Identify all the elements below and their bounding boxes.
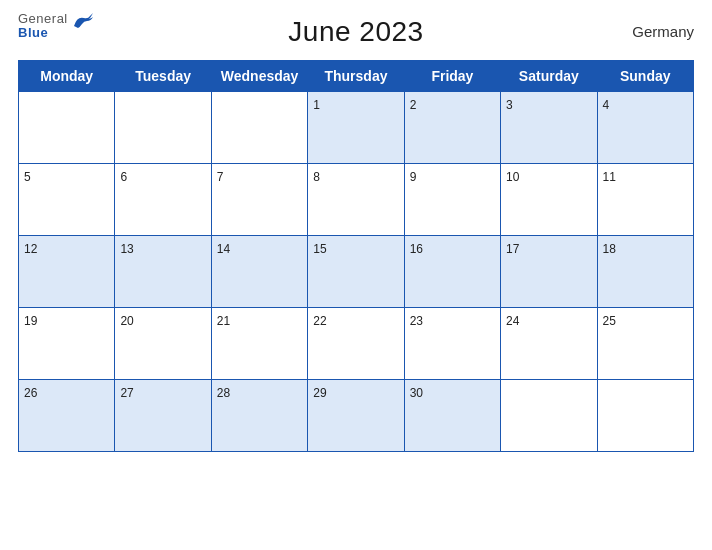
calendar-cell: 7 <box>211 164 307 236</box>
date-number: 24 <box>506 314 519 328</box>
calendar-cell <box>211 92 307 164</box>
logo-blue: Blue <box>18 26 68 40</box>
calendar-cell: 26 <box>19 380 115 452</box>
col-saturday: Saturday <box>501 61 597 92</box>
date-number: 9 <box>410 170 417 184</box>
calendar-cell: 28 <box>211 380 307 452</box>
col-thursday: Thursday <box>308 61 404 92</box>
calendar-cell: 16 <box>404 236 500 308</box>
calendar-cell: 30 <box>404 380 500 452</box>
date-number: 10 <box>506 170 519 184</box>
calendar-table: Monday Tuesday Wednesday Thursday Friday… <box>18 60 694 452</box>
calendar-cell: 19 <box>19 308 115 380</box>
date-number: 14 <box>217 242 230 256</box>
calendar-cell: 15 <box>308 236 404 308</box>
date-number: 20 <box>120 314 133 328</box>
calendar-cell: 2 <box>404 92 500 164</box>
date-number: 29 <box>313 386 326 400</box>
table-row: 2627282930 <box>19 380 694 452</box>
date-number: 7 <box>217 170 224 184</box>
date-number: 15 <box>313 242 326 256</box>
date-number: 11 <box>603 170 616 184</box>
date-number: 30 <box>410 386 423 400</box>
date-number: 27 <box>120 386 133 400</box>
date-number: 17 <box>506 242 519 256</box>
col-sunday: Sunday <box>597 61 693 92</box>
calendar-cell: 3 <box>501 92 597 164</box>
col-friday: Friday <box>404 61 500 92</box>
calendar-cell: 22 <box>308 308 404 380</box>
calendar-cell: 20 <box>115 308 211 380</box>
date-number: 3 <box>506 98 513 112</box>
calendar-cell: 25 <box>597 308 693 380</box>
col-wednesday: Wednesday <box>211 61 307 92</box>
calendar-cell: 29 <box>308 380 404 452</box>
col-tuesday: Tuesday <box>115 61 211 92</box>
calendar-header: General Blue June 2023 Germany <box>18 10 694 52</box>
table-row: 19202122232425 <box>19 308 694 380</box>
date-number: 4 <box>603 98 610 112</box>
logo-area: General Blue <box>18 12 68 41</box>
calendar-cell: 9 <box>404 164 500 236</box>
date-number: 8 <box>313 170 320 184</box>
date-number: 23 <box>410 314 423 328</box>
calendar-cell <box>597 380 693 452</box>
calendar-cell <box>501 380 597 452</box>
calendar-cell <box>115 92 211 164</box>
calendar-cell: 27 <box>115 380 211 452</box>
calendar-cell: 5 <box>19 164 115 236</box>
date-number: 19 <box>24 314 37 328</box>
table-row: 1234 <box>19 92 694 164</box>
date-number: 6 <box>120 170 127 184</box>
date-number: 26 <box>24 386 37 400</box>
date-number: 12 <box>24 242 37 256</box>
calendar-cell: 6 <box>115 164 211 236</box>
calendar-cell: 14 <box>211 236 307 308</box>
date-number: 1 <box>313 98 320 112</box>
country-label: Germany <box>632 23 694 40</box>
calendar-cell: 12 <box>19 236 115 308</box>
date-number: 28 <box>217 386 230 400</box>
calendar-cell: 23 <box>404 308 500 380</box>
date-number: 2 <box>410 98 417 112</box>
header-row: Monday Tuesday Wednesday Thursday Friday… <box>19 61 694 92</box>
date-number: 16 <box>410 242 423 256</box>
table-row: 567891011 <box>19 164 694 236</box>
calendar-container: General Blue June 2023 Germany Monday Tu… <box>0 0 712 550</box>
date-number: 5 <box>24 170 31 184</box>
calendar-title: June 2023 <box>288 16 423 48</box>
calendar-cell: 4 <box>597 92 693 164</box>
date-number: 18 <box>603 242 616 256</box>
calendar-cell: 1 <box>308 92 404 164</box>
calendar-cell: 10 <box>501 164 597 236</box>
date-number: 13 <box>120 242 133 256</box>
calendar-cell: 8 <box>308 164 404 236</box>
calendar-cell: 24 <box>501 308 597 380</box>
table-row: 12131415161718 <box>19 236 694 308</box>
calendar-cell: 13 <box>115 236 211 308</box>
date-number: 21 <box>217 314 230 328</box>
date-number: 25 <box>603 314 616 328</box>
calendar-cell: 11 <box>597 164 693 236</box>
calendar-cell <box>19 92 115 164</box>
col-monday: Monday <box>19 61 115 92</box>
date-number: 22 <box>313 314 326 328</box>
calendar-cell: 18 <box>597 236 693 308</box>
calendar-cell: 17 <box>501 236 597 308</box>
logo-general: General <box>18 12 68 26</box>
calendar-cell: 21 <box>211 308 307 380</box>
bird-icon <box>72 12 94 30</box>
